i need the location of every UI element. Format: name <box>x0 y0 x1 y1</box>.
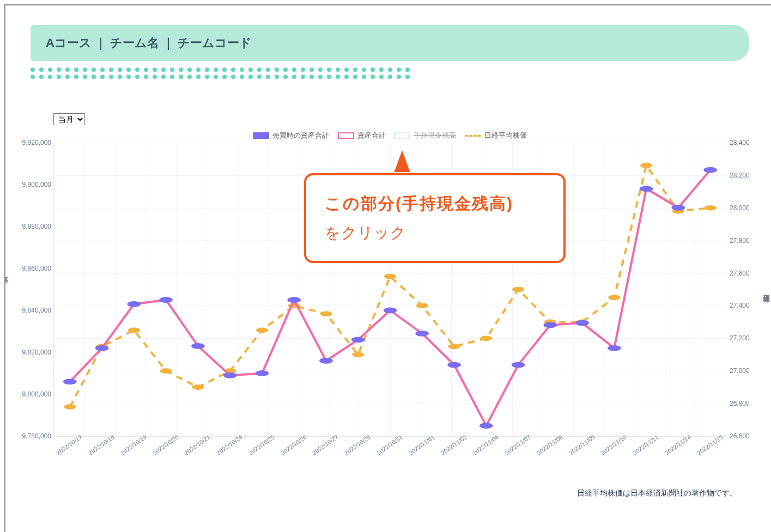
square-icon <box>338 132 354 139</box>
svg-point-2 <box>128 328 140 333</box>
square-icon <box>253 132 269 139</box>
svg-point-24 <box>159 297 173 303</box>
svg-point-0 <box>64 404 76 409</box>
svg-point-17 <box>608 295 620 301</box>
header-team: チーム名 <box>110 36 159 50</box>
svg-point-26 <box>223 372 237 378</box>
svg-point-22 <box>95 345 109 351</box>
svg-point-34 <box>479 423 493 429</box>
svg-point-18 <box>640 163 652 168</box>
svg-point-11 <box>416 303 428 309</box>
svg-point-27 <box>256 370 269 376</box>
svg-point-8 <box>320 311 332 317</box>
svg-point-4 <box>192 384 204 390</box>
copyright-note: 日経平均株価は日本経済新聞社の著作物です。 <box>577 488 737 498</box>
decorative-dots <box>31 75 749 79</box>
period-select[interactable]: 当月 <box>53 113 85 125</box>
svg-point-35 <box>512 362 525 368</box>
svg-point-21 <box>63 379 77 385</box>
svg-point-29 <box>319 358 333 364</box>
callout-arrow-icon <box>393 150 411 174</box>
svg-point-13 <box>480 335 492 341</box>
legend-item-cash-balance[interactable]: 手持現金残高 <box>394 131 456 140</box>
svg-point-28 <box>287 297 301 303</box>
svg-point-39 <box>640 186 653 192</box>
svg-point-30 <box>351 337 365 343</box>
header-course: Aコース <box>46 36 92 50</box>
svg-point-37 <box>575 320 589 326</box>
svg-point-25 <box>191 343 205 349</box>
legend-item-asset-at-trade[interactable]: 売買時の資産合計 <box>253 131 329 140</box>
legend-item-nikkei[interactable]: 日経平均株価 <box>465 131 527 140</box>
header-code: チームコード <box>178 36 252 50</box>
svg-point-38 <box>608 345 621 351</box>
svg-point-14 <box>512 287 524 292</box>
chart-legend: 売買時の資産合計 資産合計 手持現金残高 日経平均株価 <box>53 131 726 140</box>
svg-point-12 <box>448 344 460 349</box>
y2-axis-ticks: 26,60026,80027,00027,20027,40027,60027,8… <box>730 143 758 436</box>
svg-point-23 <box>128 301 141 307</box>
callout-line2: をクリック <box>325 223 545 243</box>
svg-point-36 <box>543 322 557 328</box>
svg-point-6 <box>256 328 268 333</box>
svg-point-31 <box>384 308 397 314</box>
callout-line1: この部分(手持現金残高) <box>325 193 545 215</box>
y-axis-ticks: 9,780,0009,800,0009,820,0009,840,0009,86… <box>13 143 51 436</box>
svg-point-9 <box>352 352 364 357</box>
svg-point-40 <box>672 205 685 211</box>
legend-item-asset-total[interactable]: 資産合計 <box>338 131 386 140</box>
dash-icon <box>465 135 481 137</box>
decorative-dots <box>31 68 749 72</box>
svg-point-10 <box>384 274 396 279</box>
svg-point-3 <box>160 368 172 374</box>
svg-point-32 <box>415 331 429 337</box>
x-axis-ticks: 2022/10/172022/10/182022/10/192022/10/20… <box>54 437 726 462</box>
chart-area: 当月 売買時の資産合計 資産合計 手持現金残高 日経平均株価 金額 日経平均株価… <box>53 113 726 482</box>
svg-point-20 <box>705 205 717 211</box>
breadcrumb-header: Aコース ｜ チーム名 ｜ チームコード <box>31 25 749 61</box>
svg-point-33 <box>447 362 461 368</box>
svg-point-41 <box>703 167 717 173</box>
instruction-callout: この部分(手持現金残高) をクリック <box>304 173 566 263</box>
square-icon <box>394 132 410 139</box>
